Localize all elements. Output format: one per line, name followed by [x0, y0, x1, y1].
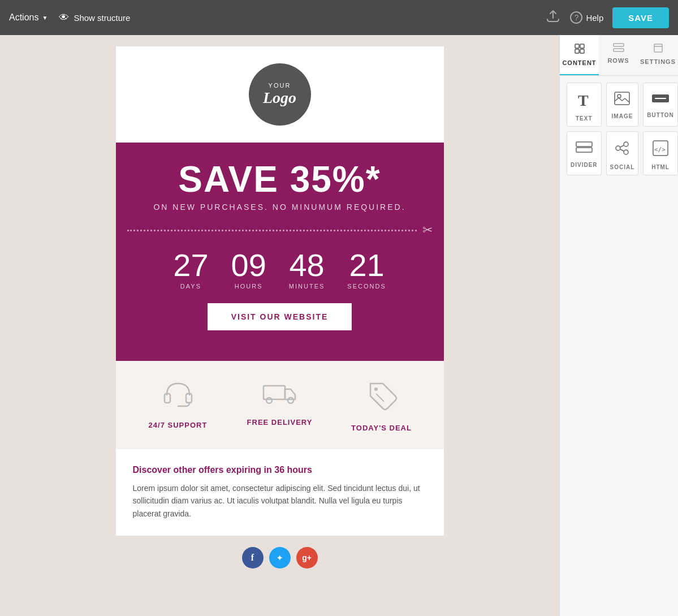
main-layout: YOUR Logo SAVE 35%* ON NEW PURCHASES. NO…	[0, 35, 678, 616]
features-section: 24/7 SUPPORT FREE DELIVERY	[116, 361, 444, 449]
topbar-right: ? Help SAVE	[545, 7, 669, 28]
content-block-divider[interactable]: DIVIDER	[567, 131, 602, 175]
help-label: Help	[586, 13, 603, 23]
question-icon: ?	[570, 11, 582, 24]
image-block-icon	[614, 91, 631, 110]
svg-text:T: T	[578, 92, 589, 108]
seconds-number: 21	[347, 248, 386, 283]
svg-point-18	[617, 94, 621, 98]
topbar: Actions ▼ 👁 Show structure ? Help SAVE	[0, 0, 678, 35]
svg-point-25	[624, 150, 628, 154]
hours-label: HOURS	[231, 283, 266, 290]
topbar-left: Actions ▼ 👁 Show structure	[9, 12, 130, 24]
content-block-social[interactable]: SOCIAL	[606, 131, 639, 175]
rows-tab-icon	[613, 43, 624, 55]
feature-support-label: 24/7 SUPPORT	[127, 421, 229, 429]
email-preview: YOUR Logo SAVE 35%* ON NEW PURCHASES. NO…	[116, 46, 444, 580]
svg-rect-8	[575, 44, 579, 48]
feature-support: 24/7 SUPPORT	[127, 378, 229, 429]
promo-subtitle: ON NEW PURCHASES. NO MINUMUM REQUIRED.	[127, 203, 433, 212]
button-block-icon	[651, 91, 670, 109]
content-tab-label: CONTENT	[562, 59, 596, 66]
tab-settings[interactable]: SETTINGS	[638, 35, 678, 75]
settings-tab-label: SETTINGS	[640, 58, 676, 65]
content-block-button[interactable]: BUTTON	[643, 83, 677, 127]
eye-icon: 👁	[59, 12, 69, 24]
content-blocks-grid: T TEXT IMAGE	[560, 76, 678, 182]
tag-icon	[331, 378, 433, 418]
svg-line-27	[620, 149, 624, 151]
dots-line	[127, 230, 417, 231]
right-panel: CONTENT ROWS SETTINGS	[559, 35, 678, 616]
svg-point-24	[624, 142, 628, 147]
tab-rows[interactable]: ROWS	[599, 35, 638, 75]
svg-point-4	[266, 398, 272, 403]
facebook-icon: f	[251, 553, 254, 563]
content-tab-icon	[574, 43, 585, 57]
seconds-label: SECONDS	[347, 283, 386, 290]
svg-point-6	[374, 387, 378, 391]
feature-deal-label: TODAY'S DEAL	[331, 424, 433, 432]
logo-text: Logo	[263, 89, 296, 107]
googleplus-button[interactable]: g+	[296, 547, 318, 568]
show-structure-button[interactable]: 👁 Show structure	[59, 12, 130, 24]
social-section: f ✦ g+	[116, 536, 444, 580]
svg-rect-3	[264, 386, 285, 399]
svg-rect-17	[615, 92, 629, 105]
headphones-icon	[127, 378, 229, 415]
upload-icon[interactable]	[545, 9, 561, 26]
days-number: 27	[173, 248, 208, 283]
social-block-icon	[614, 140, 631, 161]
hours-number: 09	[231, 248, 266, 283]
actions-button[interactable]: Actions ▼	[9, 12, 47, 23]
text-section: Discover other offers expiring in 36 hou…	[116, 449, 444, 536]
panel-tabs: CONTENT ROWS SETTINGS	[560, 35, 678, 76]
tab-content[interactable]: CONTENT	[560, 35, 599, 75]
social-block-label: SOCIAL	[610, 164, 635, 170]
svg-line-7	[376, 394, 384, 402]
content-block-image[interactable]: IMAGE	[606, 83, 639, 127]
svg-rect-14	[654, 44, 662, 52]
promo-headline: SAVE 35%*	[127, 160, 433, 199]
twitter-button[interactable]: ✦	[269, 547, 291, 568]
countdown: 27 DAYS 09 HOURS 48 MINUTES 21 SECONDS	[127, 248, 433, 290]
help-button[interactable]: ? Help	[570, 11, 603, 24]
canvas-area: YOUR Logo SAVE 35%* ON NEW PURCHASES. NO…	[0, 35, 559, 616]
svg-point-23	[616, 146, 620, 150]
visit-website-button[interactable]: VISIT OUR WEBSITE	[208, 303, 352, 330]
scissors-icon: ✂	[422, 223, 433, 238]
text-block-icon: T	[576, 91, 593, 112]
feature-delivery-label: FREE DELIVERY	[229, 418, 331, 427]
countdown-minutes: 48 MINUTES	[278, 248, 336, 290]
divider-block-label: DIVIDER	[571, 162, 598, 168]
logo-your: YOUR	[269, 82, 291, 89]
twitter-icon: ✦	[277, 554, 283, 562]
feature-delivery: FREE DELIVERY	[229, 378, 331, 427]
chevron-down-icon: ▼	[42, 15, 47, 21]
promo-section: SAVE 35%* ON NEW PURCHASES. NO MINUMUM R…	[116, 143, 444, 361]
show-structure-label: Show structure	[74, 13, 130, 23]
minutes-label: MINUTES	[289, 283, 325, 290]
save-button[interactable]: SAVE	[612, 7, 669, 28]
rows-tab-label: ROWS	[607, 57, 629, 64]
text-body: Lorem ipsum dolor sit amet, consectetur …	[133, 482, 427, 520]
actions-label: Actions	[9, 12, 38, 23]
button-block-label: BUTTON	[647, 112, 673, 118]
countdown-days: 27 DAYS	[162, 248, 219, 290]
minutes-number: 48	[289, 248, 325, 283]
countdown-seconds: 21 SECONDS	[336, 248, 397, 290]
svg-rect-12	[614, 44, 624, 46]
googleplus-icon: g+	[302, 553, 312, 562]
svg-text:</>: </>	[654, 146, 666, 153]
facebook-button[interactable]: f	[242, 547, 264, 568]
logo-circle: YOUR Logo	[249, 63, 311, 126]
text-block-label: TEXT	[576, 115, 593, 122]
svg-rect-9	[580, 44, 584, 48]
settings-tab-icon	[653, 43, 663, 56]
content-block-text[interactable]: T TEXT	[567, 83, 602, 127]
svg-rect-11	[580, 49, 584, 53]
content-block-html[interactable]: </> HTML	[643, 131, 677, 175]
feature-deal: TODAY'S DEAL	[331, 378, 433, 432]
svg-rect-10	[575, 49, 579, 53]
html-block-label: HTML	[651, 164, 670, 170]
